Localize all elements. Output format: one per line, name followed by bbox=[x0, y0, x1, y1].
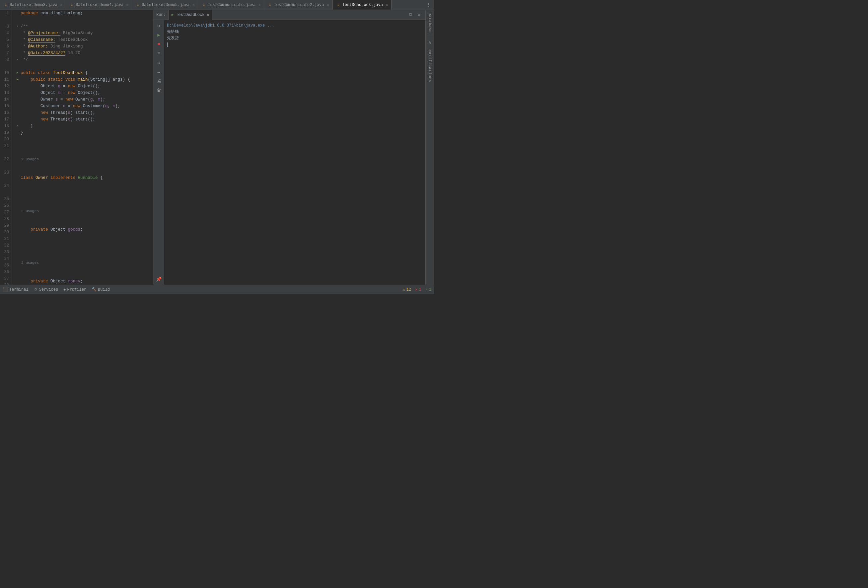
clear-button[interactable]: 🗑 bbox=[155, 86, 163, 95]
restore-window-button[interactable]: ⧉ bbox=[407, 11, 414, 19]
check-count: 1 bbox=[429, 287, 431, 292]
notifications-sidebar-label[interactable]: Notifications bbox=[428, 47, 432, 85]
rerun-button[interactable]: ↺ bbox=[155, 21, 163, 30]
tab-close-2[interactable]: ✕ bbox=[192, 3, 195, 7]
warning-status[interactable]: ⚠ 12 bbox=[403, 287, 411, 292]
build-icon: 🔨 bbox=[92, 287, 97, 292]
output-cursor-line bbox=[167, 42, 423, 48]
console-button[interactable]: ≡ bbox=[155, 49, 163, 58]
settings-run-button[interactable]: ⚙ bbox=[415, 11, 423, 19]
run-output[interactable]: D:\Develop\Java\jdk1.8.0_371\bin\java.ex… bbox=[164, 20, 425, 285]
java-icon-4: ☕ bbox=[201, 3, 206, 7]
terminal-tab[interactable]: ⬛ Terminal bbox=[3, 287, 28, 293]
tab-overflow-button[interactable]: ⋮ bbox=[425, 1, 433, 9]
fold-icon-3[interactable]: ▾ bbox=[16, 23, 19, 30]
tab-close-3[interactable]: ✕ bbox=[258, 3, 260, 7]
fold-icon-8[interactable]: ▾ bbox=[16, 56, 19, 63]
error-count: 1 bbox=[419, 287, 421, 292]
output-line-1: D:\Develop\Java\jdk1.8.0_371\bin\java.ex… bbox=[167, 22, 423, 29]
terminal-icon: ⬛ bbox=[3, 287, 8, 293]
tab-testdeadlock[interactable]: ☕ TestDeadLock.java ✕ bbox=[333, 0, 391, 10]
output-line-3: 先发货 bbox=[167, 35, 423, 41]
run-tab[interactable]: ▶ TestDeadLock ✕ bbox=[168, 10, 213, 20]
run-panel: Run: ▶ TestDeadLock ✕ ⧉ ⚙ ↺ ▶ ■ ≡ bbox=[153, 10, 425, 285]
cursor bbox=[167, 43, 168, 47]
output-line-2: 先给钱 bbox=[167, 29, 423, 35]
tab-salticketdemo3[interactable]: ☕ SaleTicketDemo3.java ✕ bbox=[0, 0, 66, 10]
services-tab[interactable]: ⛭ Services bbox=[34, 287, 58, 292]
tab-close-1[interactable]: ✕ bbox=[126, 3, 128, 7]
run-tab-name: TestDeadLock bbox=[176, 13, 204, 17]
run-label: Run: bbox=[156, 13, 166, 17]
pin-button[interactable]: 📌 bbox=[155, 275, 163, 284]
editor-area: 1 3 4 5 6 7 8 10 11 12 13 14 15 16 17 18… bbox=[0, 10, 425, 285]
tab-close-0[interactable]: ✕ bbox=[61, 3, 62, 7]
build-label: Build bbox=[98, 287, 110, 292]
run-panel-header: Run: ▶ TestDeadLock ✕ ⧉ ⚙ bbox=[154, 10, 425, 20]
run-button[interactable]: ▶ bbox=[155, 31, 163, 39]
sidebar-icon-1[interactable]: ✎ bbox=[428, 38, 431, 47]
error-icon: ✕ bbox=[415, 287, 418, 292]
tab-close-5[interactable]: ✕ bbox=[386, 3, 388, 7]
line-numbers: 1 3 4 5 6 7 8 10 11 12 13 14 15 16 17 18… bbox=[0, 10, 12, 285]
tab-close-4[interactable]: ✕ bbox=[327, 3, 329, 7]
java-icon-3: ☕ bbox=[135, 3, 140, 7]
restore-button[interactable]: ⇥ bbox=[155, 68, 163, 76]
fold-icon-18[interactable]: ▾ bbox=[16, 123, 19, 129]
tab-testcommunicate2[interactable]: ☕ TestCommunicate2.java ✕ bbox=[264, 0, 332, 10]
run-panel-buttons: ⧉ ⚙ bbox=[407, 11, 423, 19]
tab-extra: ⋮ bbox=[425, 0, 434, 10]
check-icon: ✓ bbox=[425, 287, 428, 292]
run-indicator-11[interactable]: ▶ bbox=[16, 76, 19, 83]
warning-icon: ⚠ bbox=[403, 287, 405, 292]
profiler-label: Profiler bbox=[67, 287, 86, 292]
terminal-label: Terminal bbox=[9, 287, 28, 292]
warning-count: 12 bbox=[406, 287, 411, 292]
tab-saleticketdemo5[interactable]: ☕ SaleTicketDemo5.java ✕ bbox=[132, 0, 198, 10]
services-icon: ⛭ bbox=[34, 287, 38, 292]
java-icon-2: ☕ bbox=[69, 3, 74, 7]
checkmark-status[interactable]: ✓ 1 bbox=[425, 287, 431, 292]
main-content: 1 3 4 5 6 7 8 10 11 12 13 14 15 16 17 18… bbox=[0, 10, 434, 285]
print-button[interactable]: 🖨 bbox=[155, 77, 163, 86]
java-icon-6: ☕ bbox=[336, 3, 341, 7]
tab-saleticketdemo4[interactable]: ☕ SaleTicketDemo4.java ✕ bbox=[66, 0, 132, 10]
tab-testcommunicate[interactable]: ☕ TestCommunicate.java ✕ bbox=[198, 0, 264, 10]
error-status[interactable]: ✕ 1 bbox=[415, 287, 421, 292]
tab-bar: ☕ SaleTicketDemo3.java ✕ ☕ SaleTicketDem… bbox=[0, 0, 434, 10]
database-sidebar-label[interactable]: Database bbox=[428, 10, 432, 35]
profiler-icon: ◈ bbox=[63, 287, 66, 292]
profiler-tab[interactable]: ◈ Profiler bbox=[63, 287, 86, 292]
run-tab-close[interactable]: ✕ bbox=[207, 13, 209, 17]
right-sidebar: Database ✎ Notifications bbox=[425, 10, 434, 285]
status-bar: ⬛ Terminal ⛭ Services ◈ Profiler 🔨 Build… bbox=[0, 285, 434, 294]
java-icon-5: ☕ bbox=[267, 3, 272, 7]
stop-button[interactable]: ■ bbox=[155, 40, 163, 49]
services-label: Services bbox=[39, 287, 58, 292]
run-indicator-10[interactable]: ▶ bbox=[16, 70, 19, 76]
run-toolbar: ↺ ▶ ■ ≡ ⊙ ⇥ 🖨 🗑 📌 bbox=[154, 20, 164, 285]
screenshot-button[interactable]: ⊙ bbox=[155, 58, 163, 67]
java-icon: ☕ bbox=[3, 3, 8, 7]
build-tab[interactable]: 🔨 Build bbox=[92, 287, 110, 292]
run-panel-body: ↺ ▶ ■ ≡ ⊙ ⇥ 🖨 🗑 📌 D:\Develop\Java\jdk1.8… bbox=[154, 20, 425, 285]
